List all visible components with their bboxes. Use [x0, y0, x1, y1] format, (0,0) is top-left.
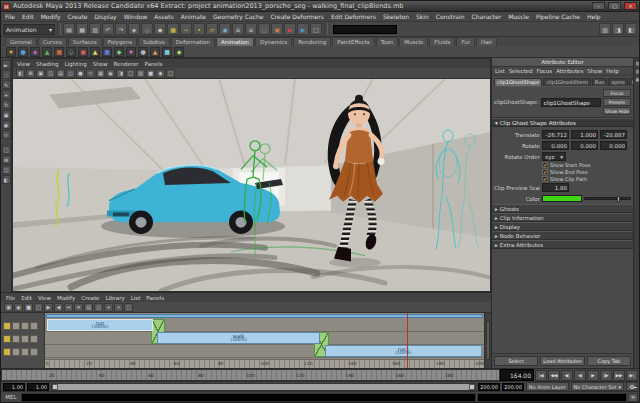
ae-node-tab[interactable]: Run: [592, 78, 608, 86]
menu-item[interactable]: Edit: [22, 13, 34, 20]
viewport-menu-item[interactable]: Show: [93, 61, 108, 67]
shelf-tab[interactable]: Deformation: [171, 37, 215, 46]
time-slider[interactable]: 20406080100120140160180: [1, 369, 500, 381]
trax-track-area[interactable]: run (100%) walk (100%) run1 (100%): [45, 313, 484, 368]
close-button[interactable]: ✕: [624, 2, 637, 10]
lasso-tool[interactable]: ◌: [2, 70, 11, 79]
shelf-tab[interactable]: Rendering: [293, 37, 331, 46]
new-scene-icon[interactable]: ▤: [63, 23, 75, 35]
input-connections-icon[interactable]: ≡: [232, 23, 244, 35]
command-language-toggle[interactable]: MEL: [2, 394, 20, 400]
trax-camera-icon[interactable]: ◫: [94, 303, 103, 312]
ae-menu-item[interactable]: List: [495, 68, 505, 74]
ae-footer-button[interactable]: Load Attributes: [540, 356, 584, 366]
snap-grid-icon[interactable]: ▦: [167, 23, 179, 35]
isolate-select-icon[interactable]: □: [126, 69, 135, 78]
trax-playhead[interactable]: [407, 313, 408, 368]
show-attribute-editor-icon[interactable]: ◨: [612, 23, 624, 35]
maximize-button[interactable]: ▢: [608, 2, 621, 10]
ae-menu-item[interactable]: Focus: [536, 68, 552, 74]
shelf-icon-11[interactable]: ★: [126, 47, 136, 57]
open-scene-icon[interactable]: ▦: [76, 23, 88, 35]
trax-key-into-icon[interactable]: ▶: [44, 303, 53, 312]
shelf-tab[interactable]: Muscle: [399, 37, 428, 46]
shelf-tab[interactable]: Animation: [216, 37, 254, 46]
ae-node-tab[interactable]: spine: [608, 78, 627, 86]
clip-preview-scale-field[interactable]: 1.80: [542, 183, 569, 192]
trax-remove-track-icon[interactable]: ×: [114, 303, 123, 312]
shelf-icon-1[interactable]: ★: [6, 47, 16, 57]
layout-persp-outliner[interactable]: ◫: [2, 165, 11, 174]
shelf-tab[interactable]: Fluids: [429, 37, 455, 46]
auto-keyframe-toggle[interactable]: [626, 382, 637, 391]
ae-menu-item[interactable]: Show: [587, 68, 602, 74]
trax-menu-item[interactable]: File: [6, 295, 15, 301]
collapsed-section[interactable]: ▸ Clip Information: [492, 213, 633, 222]
snap-curve-icon[interactable]: ~: [180, 23, 192, 35]
rotate-field[interactable]: 0.000: [542, 141, 569, 150]
menu-item[interactable]: Skin: [416, 13, 429, 20]
anim-end-field[interactable]: 200.00: [478, 383, 500, 391]
shelf-icon-13[interactable]: ▲: [150, 47, 160, 57]
menu-item[interactable]: Constrain: [436, 13, 465, 20]
field-chart-icon[interactable]: ▥: [136, 69, 145, 78]
trax-blend-icon[interactable]: □: [34, 303, 43, 312]
show-tool-settings-icon[interactable]: ◧: [625, 23, 637, 35]
shelf-tab[interactable]: Polygons: [103, 37, 137, 46]
collapsed-section[interactable]: ▸ Display: [492, 222, 633, 231]
trax-menu-item[interactable]: View: [38, 295, 51, 301]
current-time-field[interactable]: 164.00: [500, 369, 534, 381]
shelf-icon-6[interactable]: ◇: [66, 47, 76, 57]
trax-split-icon[interactable]: ■: [24, 303, 33, 312]
node-name-field[interactable]: clip1GhostShape: [541, 98, 601, 107]
trax-menu-item[interactable]: List: [131, 295, 141, 301]
menu-item[interactable]: Edit Deformers: [331, 13, 376, 20]
output-connections-icon[interactable]: ≡: [245, 23, 257, 35]
run[interactable]: run (100%): [47, 319, 152, 331]
track-1-controls[interactable]: [1, 319, 44, 332]
ae-side-button[interactable]: Focus: [603, 89, 631, 97]
attribute-editor-tab-icon[interactable]: ▨: [635, 60, 640, 66]
select-tool[interactable]: ►: [2, 60, 11, 69]
universal-manip-tool[interactable]: ◉: [2, 120, 11, 129]
translate-field[interactable]: 1.000: [571, 130, 598, 139]
bookmark-icon[interactable]: ◫: [46, 69, 55, 78]
viewport-menu-item[interactable]: Renderer: [113, 61, 138, 67]
move-tool[interactable]: +: [2, 90, 11, 99]
rotate-order-dropdown[interactable]: xyz ▾: [542, 152, 566, 161]
shelf-tab[interactable]: Hair: [476, 37, 497, 46]
shelf-tab[interactable]: Surfaces: [68, 37, 102, 46]
shelf-tab[interactable]: Curves: [38, 37, 67, 46]
ae-menu-item[interactable]: Help: [606, 68, 619, 74]
shelf-icon-15[interactable]: ◆: [174, 47, 184, 57]
walk[interactable]: walk (100%): [157, 332, 319, 344]
shelf-icon-10[interactable]: ◆: [114, 47, 124, 57]
anim-start-min-field[interactable]: 1.00: [3, 383, 25, 391]
menu-item[interactable]: File: [5, 13, 15, 20]
render-current-frame-icon[interactable]: ▶: [284, 23, 296, 35]
step-forward-key-button[interactable]: ▶▶: [613, 370, 625, 381]
run1[interactable]: run1 (100%): [325, 345, 482, 357]
shelf-icon-5[interactable]: ■: [54, 47, 64, 57]
menu-item[interactable]: Pipeline Cache: [536, 13, 580, 20]
ipr-render-icon[interactable]: ▶: [297, 23, 309, 35]
ae-node-tab[interactable]: clip1GhostShape: [494, 78, 542, 86]
trax-menu-item[interactable]: Panels: [146, 295, 164, 301]
shading-flat-icon[interactable]: ○: [66, 69, 75, 78]
toolbar-separator[interactable]: [324, 23, 328, 35]
shading-smooth-icon[interactable]: ●: [76, 69, 85, 78]
rotate-tool[interactable]: ↻: [2, 100, 11, 109]
ae-node-tab[interactable]: clip1GhostXform: [543, 78, 591, 86]
viewport-canvas[interactable]: [13, 79, 490, 291]
play-forwards-button[interactable]: ▶: [587, 370, 599, 381]
title-bar[interactable]: M Autodesk Maya 2013 Release Candidate x…: [1, 1, 639, 12]
ae-menu-item[interactable]: Selected: [509, 68, 533, 74]
trax-trim-icon[interactable]: ◉: [14, 303, 23, 312]
render-view-icon[interactable]: ▣: [271, 23, 283, 35]
select-component-icon[interactable]: ◆: [154, 23, 166, 35]
shelf-icon-12[interactable]: ●: [138, 47, 148, 57]
resolution-gate-icon[interactable]: ■: [146, 69, 155, 78]
trax-graph-icon[interactable]: ≡: [74, 303, 83, 312]
trax-key-out-icon[interactable]: ◀: [54, 303, 63, 312]
trax-menu-item[interactable]: Library: [105, 295, 124, 301]
